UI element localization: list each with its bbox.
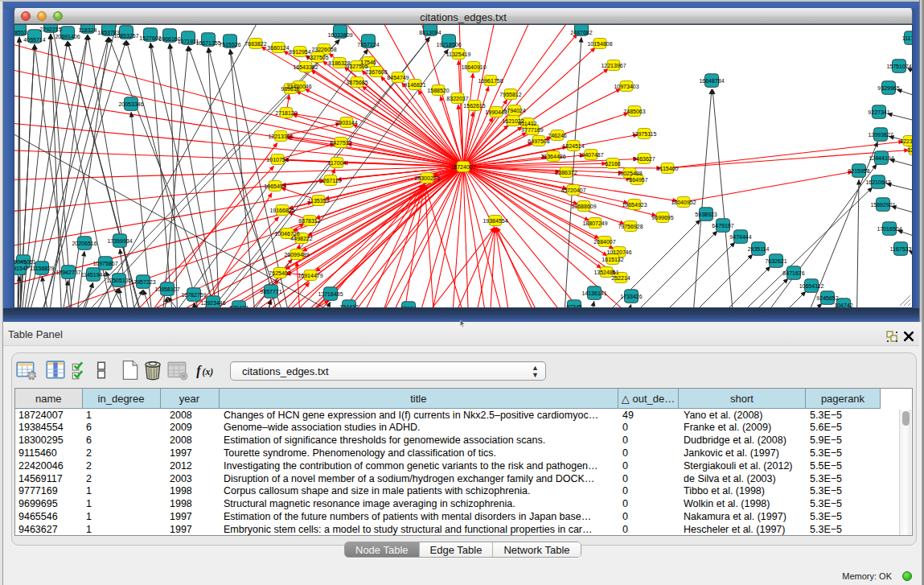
svg-text:3215958: 3215958: [848, 168, 869, 174]
svg-text:21364486: 21364486: [540, 154, 565, 159]
svg-text:13716485: 13716485: [318, 291, 343, 297]
svg-text:8322037: 8322037: [446, 96, 468, 101]
svg-text:8912954: 8912954: [289, 49, 310, 55]
svg-text:10975867: 10975867: [92, 261, 117, 266]
svg-text:12942737: 12942737: [55, 270, 80, 275]
svg-text:252214: 252214: [611, 275, 630, 281]
svg-text:10973403: 10973403: [614, 84, 639, 89]
svg-text:8427512: 8427512: [330, 140, 351, 146]
svg-text:7515526: 7515526: [219, 42, 240, 47]
svg-text:10958107: 10958107: [154, 286, 179, 292]
svg-text:16210643: 16210643: [865, 179, 890, 185]
svg-text:17957223: 17957223: [130, 279, 155, 285]
svg-text:122130: 122130: [900, 138, 913, 144]
svg-text:32275: 32275: [907, 147, 913, 153]
svg-text:11325419: 11325419: [446, 51, 471, 57]
svg-text:8813094: 8813094: [419, 30, 441, 35]
svg-text:16648784: 16648784: [699, 78, 724, 84]
svg-text:15692921: 15692921: [870, 202, 895, 208]
svg-text:9857771: 9857771: [260, 289, 281, 295]
svg-text:1733426: 1733426: [620, 294, 642, 299]
svg-text:18040952: 18040952: [671, 200, 696, 205]
svg-text:9115460: 9115460: [657, 166, 679, 171]
svg-text:111754: 111754: [902, 35, 913, 41]
svg-text:16961758: 16961758: [478, 78, 503, 84]
svg-text:118324: 118324: [79, 27, 97, 33]
svg-text:2386372: 2386372: [555, 170, 577, 175]
svg-text:23226058: 23226058: [311, 47, 336, 52]
svg-text:18724007: 18724007: [450, 164, 475, 170]
svg-text:2935114: 2935114: [748, 246, 770, 252]
svg-text:7864957: 7864957: [626, 177, 647, 183]
svg-text:19654923: 19654923: [622, 202, 647, 208]
svg-text:13975115: 13975115: [632, 131, 657, 137]
svg-text:10688609: 10688609: [571, 204, 596, 209]
svg-text:2292215: 2292215: [39, 27, 61, 32]
svg-text:12505135: 12505135: [106, 278, 131, 283]
svg-text:12213369: 12213369: [268, 134, 293, 139]
svg-text:26099489: 26099489: [284, 252, 309, 257]
svg-text:3267110: 3267110: [320, 178, 342, 183]
svg-text:45720407: 45720407: [561, 187, 585, 193]
svg-text:9329965: 9329965: [877, 85, 899, 91]
svg-text:2903144: 2903144: [335, 120, 357, 126]
svg-text:20045061: 20045061: [14, 259, 36, 265]
svg-text:17546: 17546: [360, 60, 376, 65]
svg-text:1990443: 1990443: [485, 109, 507, 115]
svg-text:1824514: 1824514: [562, 143, 584, 149]
svg-text:9777169: 9777169: [521, 127, 543, 133]
svg-text:14136141: 14136141: [581, 290, 606, 296]
svg-text:18807249: 18807249: [582, 220, 607, 226]
svg-text:1588520: 1588520: [427, 88, 449, 93]
svg-text:1167533: 1167533: [890, 246, 912, 252]
svg-text:2367608: 2367608: [365, 69, 387, 75]
svg-text:18553: 18553: [14, 30, 27, 35]
svg-text:18640910: 18640910: [461, 64, 486, 70]
svg-text:3660124: 3660124: [267, 45, 289, 51]
svg-text:5938923: 5938923: [695, 212, 717, 217]
svg-text:20206516: 20206516: [72, 241, 97, 246]
svg-text:12444194: 12444194: [869, 155, 893, 161]
svg-text:9146821: 9146821: [404, 82, 425, 88]
svg-text:1562615: 1562615: [463, 103, 485, 109]
svg-text:(x): (x): [203, 367, 214, 377]
svg-text:19218506: 19218506: [436, 42, 461, 47]
svg-text:20053346: 20053346: [118, 101, 143, 107]
svg-text:12093827: 12093827: [868, 132, 893, 138]
svg-text:104742: 104742: [834, 303, 852, 308]
svg-text:15751074: 15751074: [886, 64, 911, 69]
svg-text:20691406: 20691406: [55, 34, 80, 39]
svg-text:6497508: 6497508: [528, 138, 549, 144]
svg-text:117004: 117004: [328, 160, 347, 166]
svg-text:11451944: 11451944: [81, 272, 106, 278]
svg-text:16033809: 16033809: [327, 32, 352, 38]
svg-text:62166: 62166: [605, 161, 621, 167]
svg-text:7485063: 7485063: [623, 109, 645, 114]
svg-text:11156829: 11156829: [30, 266, 54, 271]
svg-text:9474444: 9474444: [729, 234, 751, 240]
svg-text:79756928: 79756928: [618, 224, 643, 229]
svg-text:7663822: 7663822: [244, 41, 266, 47]
svg-text:9227341: 9227341: [868, 109, 889, 115]
svg-text:f: f: [196, 364, 202, 378]
svg-text:989618: 989618: [281, 86, 299, 92]
svg-text:1010754: 1010754: [266, 157, 288, 163]
svg-text:12923446: 12923446: [200, 300, 225, 306]
svg-text:2684007: 2684007: [593, 239, 615, 245]
svg-text:19384554: 19384554: [483, 218, 507, 224]
svg-text:12213967: 12213967: [601, 63, 626, 68]
svg-text:2718120: 2718120: [275, 110, 297, 116]
svg-text:746246: 746246: [548, 133, 566, 138]
svg-text:10120746: 10120746: [606, 249, 631, 255]
svg-text:4055714: 4055714: [23, 37, 45, 43]
svg-text:3875685: 3875685: [346, 80, 368, 85]
svg-text:4498222: 4498222: [290, 236, 312, 241]
svg-text:7632621: 7632621: [765, 258, 786, 264]
svg-text:13524851: 13524851: [593, 270, 618, 275]
svg-text:9699695: 9699695: [651, 215, 673, 220]
svg-text:2487682: 2487682: [570, 30, 592, 35]
svg-text:16543382: 16543382: [293, 64, 318, 70]
svg-text:16782759: 16782759: [181, 292, 206, 298]
svg-text:10654112: 10654112: [799, 283, 824, 289]
svg-text:7955812: 7955812: [499, 92, 521, 97]
